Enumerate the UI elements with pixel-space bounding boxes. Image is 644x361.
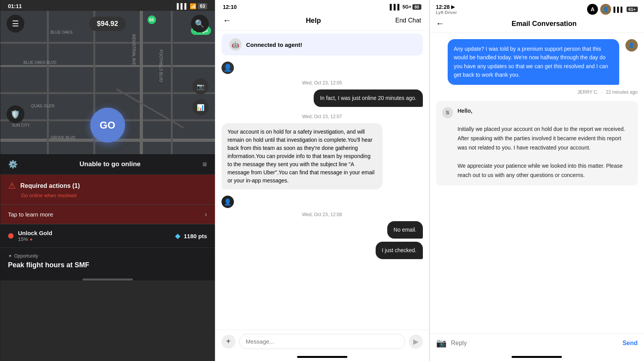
- support-message: S Hello, Initially we placed your accoun…: [436, 101, 638, 186]
- wifi-icon: 📶: [190, 3, 196, 9]
- network-type-icon: 5G+: [402, 4, 411, 10]
- phone1-uber-driver: 01:11 ▌▌▌ 📶 63: [0, 0, 215, 361]
- support-message-text: Hello, Initially we placed your account …: [458, 107, 632, 180]
- earnings-display: $94.92: [89, 17, 126, 31]
- received-msg-1-wrapper: Your account is on hold for a safety inv…: [222, 123, 423, 193]
- go-button[interactable]: GO: [90, 108, 125, 143]
- send-arrow-icon: ▶: [413, 337, 419, 346]
- search-icon: 🔍: [195, 19, 204, 28]
- unable-to-go-online-text: Unable to go online: [79, 160, 141, 168]
- user-avatar: 👤: [222, 62, 234, 74]
- user-message-bubble: Any update? I was told by a premium supp…: [448, 39, 619, 85]
- plus-icon: +: [226, 337, 231, 346]
- status-icons: ▌▌▌ 📶 63: [177, 3, 207, 9]
- end-chat-button[interactable]: End Chat: [395, 17, 421, 24]
- sent-msg-3-wrapper: I just checked.: [222, 242, 423, 262]
- battery-p3: 61+: [627, 7, 638, 12]
- user-avatar-2: 👤: [222, 196, 234, 208]
- menu-button[interactable]: ☰: [7, 15, 24, 33]
- tap-to-learn-text: Tap to learn more: [8, 211, 53, 218]
- bottom-panel-header: ⚙️ Unable to go online ≡: [0, 154, 215, 175]
- required-actions-title: Required actions (1): [21, 182, 80, 189]
- user-message-row: Any update? I was told by a premium supp…: [436, 39, 638, 87]
- status-icons-p3: A 👤 ▌▌▌ 61+: [587, 4, 637, 15]
- lyft-driver-label: Lyft Driver: [436, 10, 457, 15]
- reply-input-field[interactable]: [451, 340, 618, 347]
- status-icons-p2: ▌▌▌ 5G+ 80: [390, 4, 421, 10]
- red-circle-icon: ●: [30, 236, 33, 242]
- sent-msg-2-wrapper: No email.: [222, 221, 423, 242]
- road-h2: [0, 65, 215, 67]
- message-input-field[interactable]: [239, 334, 405, 349]
- send-message-button[interactable]: ▶: [409, 335, 423, 349]
- phone3-nav: ← Email Conversation: [430, 16, 644, 33]
- map-area: BLUE OAKS BLUE OAKS BLVD QUAIL GLEN SUN …: [0, 11, 215, 154]
- back-arrow-button[interactable]: ←: [223, 15, 232, 26]
- add-attachment-button[interactable]: +: [222, 335, 235, 349]
- shield-button[interactable]: 🛡️: [7, 105, 24, 123]
- sent-msg-1-wrapper: In fact, I was just online 20 minutes ag…: [222, 89, 423, 110]
- time-display-p3: 12:28 ▶: [436, 4, 455, 10]
- signal-icon: ▌▌▌: [177, 3, 188, 9]
- timestamp-1: Wed, Oct 23, 12:05: [222, 80, 423, 86]
- email-area: Any update? I was told by a premium supp…: [430, 33, 644, 333]
- home-indicator-p2: [297, 356, 347, 358]
- opportunity-icon: ✦: [8, 253, 12, 259]
- battery-display-p2: 80: [412, 4, 421, 10]
- agent-icon: 🤖: [229, 38, 242, 51]
- opportunity-card[interactable]: ✦ Opportunity Peak flight hours at SMF: [0, 248, 215, 275]
- home-indicator: [82, 278, 133, 280]
- map-label-suncity: SUN CITY: [12, 123, 30, 127]
- email-conversation-title: Email Conversation: [451, 20, 638, 28]
- map-label-industrial: INDUSTRIAL AVE: [132, 34, 136, 65]
- support-s-badge: S: [442, 107, 453, 118]
- camera-icon[interactable]: 📷: [436, 338, 447, 348]
- home-indicator-p3: [512, 356, 562, 358]
- opportunity-label: ✦ Opportunity: [8, 253, 207, 259]
- status-bar-phone2: 12:10 ▌▌▌ 5G+ 80: [215, 0, 429, 12]
- reply-bar: 📷 Send: [430, 333, 644, 353]
- map-top-bar: ☰ $94.92 🔍: [0, 11, 215, 36]
- tap-to-learn-more-row[interactable]: Tap to learn more ›: [0, 205, 215, 224]
- sender-avatar: 👤: [625, 39, 638, 52]
- timestamp-3: Wed, Oct 23, 12:08: [222, 212, 423, 217]
- sent-message-1: In fact, I was just online 20 minutes ag…: [314, 89, 422, 107]
- timestamp-2: Wed, Oct 23, 12:07: [222, 114, 423, 119]
- sent-message-2: No email.: [387, 221, 422, 239]
- unlock-gold-card[interactable]: Unlock Gold 15% ● ◆ 1180 pts: [0, 224, 215, 248]
- user-avatar-row2: 👤: [222, 196, 423, 208]
- points-text: 1180 pts: [184, 233, 207, 239]
- signal-icon-p2: ▌▌▌: [390, 4, 401, 10]
- filter-icon[interactable]: ⚙️: [8, 160, 18, 169]
- hamburger-icon: ☰: [12, 19, 19, 28]
- road-h1: [0, 42, 215, 44]
- time-display-p2: 12:10: [223, 4, 237, 10]
- required-actions-card: ⚠ Required actions (1) Go online when re…: [0, 175, 215, 205]
- map-label-groveblvd: GROVE BLVD: [51, 136, 76, 140]
- phone2-help-chat: 12:10 ▌▌▌ 5G+ 80 ← Help End Chat 🤖 Conne…: [215, 0, 429, 361]
- road-h3: [0, 92, 215, 94]
- map-label-foothills: FOOTHILLS BLVD: [159, 50, 163, 82]
- search-button[interactable]: 🔍: [191, 15, 209, 33]
- lyft-a-badge: A: [587, 4, 598, 15]
- sent-message-3: I just checked.: [376, 242, 423, 259]
- back-arrow-button-p3[interactable]: ←: [436, 19, 445, 29]
- map-side-buttons: 📷 📊: [192, 78, 209, 115]
- gold-dot-icon: [8, 233, 14, 239]
- connected-banner: 🤖 Connected to agent!: [222, 34, 423, 55]
- message-input-bar: + ▶: [215, 330, 429, 353]
- list-icon[interactable]: ≡: [203, 160, 207, 169]
- unlock-gold-right: ◆ 1180 pts: [175, 232, 207, 240]
- unlock-gold-title: Unlock Gold: [18, 230, 52, 236]
- chat-area[interactable]: 👤 Wed, Oct 23, 12:05 In fact, I was just…: [215, 58, 429, 330]
- unlock-gold-left: Unlock Gold 15% ●: [8, 230, 52, 242]
- signal-icon-p3: ▌▌▌: [613, 7, 624, 12]
- chart-button[interactable]: 📊: [192, 99, 209, 115]
- map-label-quailglen: QUAIL GLEN: [31, 104, 55, 108]
- connected-text: Connected to agent!: [246, 41, 302, 48]
- received-message-1: Your account is on hold for a safety inv…: [222, 123, 383, 189]
- camera-map-button[interactable]: 📷: [192, 78, 209, 95]
- time-display: 01:11: [8, 3, 22, 9]
- send-text-button[interactable]: Send: [622, 340, 637, 347]
- time-lyft-column: 12:28 ▶ Lyft Driver: [436, 4, 457, 15]
